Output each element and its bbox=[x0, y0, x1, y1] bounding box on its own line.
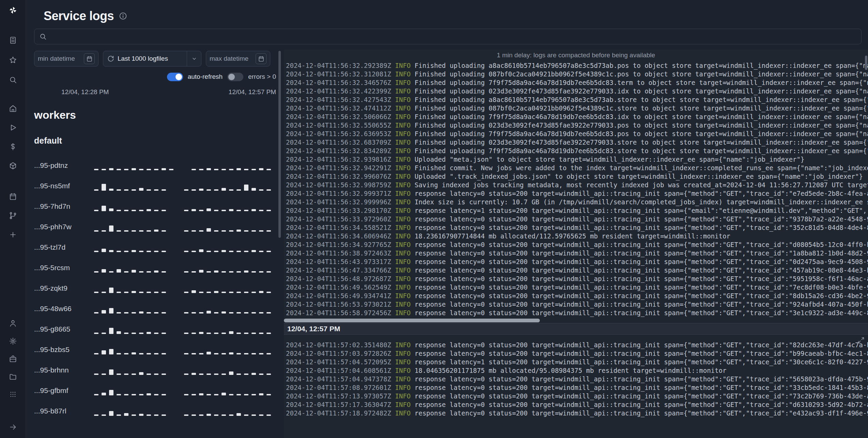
spark-bar bbox=[147, 189, 151, 191]
spark-slot bbox=[124, 210, 132, 211]
spark-slot bbox=[229, 312, 237, 313]
spark-bar bbox=[222, 333, 226, 334]
spark-bar bbox=[267, 251, 271, 252]
spark-bar bbox=[184, 414, 188, 416]
search-bar[interactable] bbox=[34, 29, 862, 44]
worker-row[interactable]: ...95-b87rl bbox=[34, 401, 276, 421]
sidebar-item-search[interactable] bbox=[5, 72, 20, 87]
left-panel-scrollbar[interactable] bbox=[278, 51, 281, 238]
sidebar-item-workspace[interactable] bbox=[5, 351, 20, 366]
spark-slot bbox=[259, 353, 267, 354]
spark-slot bbox=[147, 393, 154, 395]
spark-bar bbox=[237, 333, 241, 334]
spark-bar bbox=[139, 230, 143, 232]
sidebar-item-logo[interactable] bbox=[5, 3, 20, 18]
sidebar-item-settings[interactable] bbox=[5, 334, 20, 349]
min-datetime-field[interactable]: min datetime bbox=[34, 51, 98, 67]
spark-bar bbox=[124, 210, 128, 211]
worker-name: ...95-tzl7d bbox=[34, 243, 94, 251]
worker-row[interactable]: ...95-pdtnz bbox=[34, 155, 276, 176]
worker-name: ...95-gfbmf bbox=[34, 386, 94, 395]
info-icon[interactable] bbox=[119, 12, 127, 20]
worker-name: ...95-bzbs5 bbox=[34, 346, 94, 354]
auto-refresh-toggle[interactable] bbox=[167, 73, 183, 81]
sidebar-item-apps[interactable] bbox=[5, 33, 20, 48]
worker-row[interactable]: ...95-phh7w bbox=[34, 217, 276, 237]
log-timestamp: 2024-12-04T11:57:04.947378Z bbox=[286, 375, 391, 383]
spark-slot bbox=[192, 271, 199, 273]
sidebar-expand-button[interactable] bbox=[5, 420, 20, 435]
sidebar-item-home[interactable] bbox=[5, 101, 20, 116]
log-line: 2024-12-04T11:56:32.427543Z INFO Finishe… bbox=[286, 96, 868, 104]
spark-slot bbox=[162, 312, 169, 313]
spark-slot bbox=[199, 230, 207, 232]
spark-bar bbox=[214, 353, 218, 354]
worker-row[interactable]: ...95-g8665 bbox=[34, 319, 276, 339]
worker-row[interactable]: ...95-gfbmf bbox=[34, 380, 276, 401]
spark-bar bbox=[267, 414, 271, 416]
spark-bar bbox=[184, 374, 188, 375]
spark-slot bbox=[229, 189, 237, 191]
worker-row[interactable]: ...95-5rcsm bbox=[34, 258, 276, 278]
max-datetime-calendar-button[interactable] bbox=[256, 53, 267, 64]
main-content: Service logs min datetime bbox=[26, 0, 868, 438]
spark-slot bbox=[244, 394, 252, 395]
sidebar-item-menu[interactable] bbox=[5, 387, 20, 402]
sidebar-item-runs[interactable] bbox=[5, 120, 20, 135]
sidebar-item-account[interactable] bbox=[5, 316, 20, 331]
spark-slot bbox=[139, 251, 147, 252]
spark-slot bbox=[147, 353, 154, 354]
worker-row[interactable]: ...95-tzl7d bbox=[34, 237, 276, 258]
spark-slot bbox=[244, 251, 252, 252]
spark-bar bbox=[147, 312, 151, 313]
sidebar-item-schedules[interactable] bbox=[5, 189, 20, 204]
spark-bar bbox=[214, 312, 218, 313]
logfiles-selector-main[interactable]: Last 1000 logfiles bbox=[103, 55, 184, 62]
logfiles-selector-caret-button[interactable] bbox=[187, 51, 201, 66]
sidebar-item-workers[interactable] bbox=[5, 208, 20, 223]
spark-slot bbox=[102, 393, 109, 395]
spark-slot bbox=[237, 230, 244, 232]
max-datetime-field[interactable]: max datetime bbox=[206, 51, 270, 67]
log-line: 2024-12-04T11:56:32.550655Z INFO Finishe… bbox=[286, 121, 868, 130]
spark-bar bbox=[124, 333, 128, 334]
spark-bar bbox=[237, 374, 241, 375]
spark-bar bbox=[109, 328, 113, 334]
sidebar-item-resources[interactable] bbox=[5, 158, 20, 173]
sidebar-item-create[interactable] bbox=[5, 227, 20, 242]
sidebar-item-variables[interactable] bbox=[5, 139, 20, 154]
spark-bar bbox=[267, 292, 271, 293]
errors-toggle[interactable] bbox=[227, 73, 243, 81]
worker-row[interactable]: ...95-48w66 bbox=[34, 298, 276, 319]
spark-slot bbox=[252, 333, 259, 334]
chevron-down-icon bbox=[191, 56, 197, 62]
spark-bar bbox=[237, 168, 241, 170]
worker-row[interactable]: ...95-7hd7n bbox=[34, 196, 276, 217]
worker-row[interactable]: ...95-ns5mf bbox=[34, 176, 276, 196]
worker-sparkline bbox=[94, 324, 276, 334]
sidebar-item-favorites[interactable] bbox=[5, 53, 20, 68]
worker-row[interactable]: ...95-zqkt9 bbox=[34, 278, 276, 298]
sidebar-item-folders[interactable] bbox=[5, 369, 20, 384]
worker-row[interactable]: ...95-brhnn bbox=[34, 360, 276, 380]
spark-bar bbox=[244, 374, 248, 375]
spark-bar bbox=[117, 251, 121, 252]
log-horizontal-scrollbar[interactable] bbox=[284, 319, 540, 322]
spark-bar bbox=[132, 168, 136, 170]
log-message: response latency=0 status=200 target=win… bbox=[415, 384, 868, 391]
log-vertical-scrollbar[interactable] bbox=[865, 56, 867, 70]
spark-bar bbox=[139, 394, 143, 395]
spark-slot bbox=[244, 353, 252, 354]
spark-slot bbox=[162, 353, 169, 354]
log-level: INFO bbox=[391, 301, 415, 308]
search-input[interactable] bbox=[50, 33, 856, 41]
min-datetime-calendar-button[interactable] bbox=[84, 53, 95, 64]
spark-bar bbox=[229, 230, 233, 232]
log-timestamp: 2024-12-04T11:56:32.346576Z bbox=[286, 79, 391, 86]
log-message: Finished commit. New jobs were added to … bbox=[415, 164, 868, 172]
log-timestamp: 2024-12-04T11:56:32.942291Z bbox=[286, 164, 391, 172]
spark-bar bbox=[147, 292, 151, 293]
worker-row[interactable]: ...95-bzbs5 bbox=[34, 339, 276, 360]
log-line: 2024-12-04T11:56:47.334766Z INFO respons… bbox=[286, 266, 868, 275]
spark-bar bbox=[184, 394, 188, 395]
